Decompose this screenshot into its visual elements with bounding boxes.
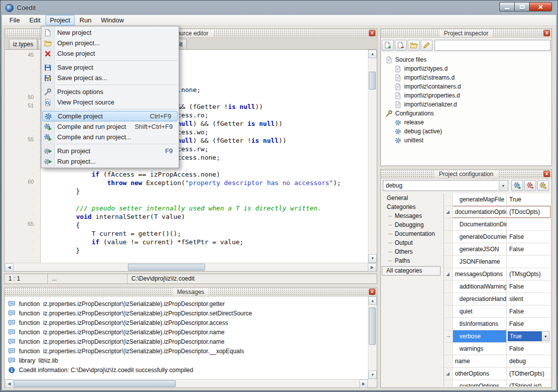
gutter-line[interactable]: · (5, 77, 40, 86)
tab-iz-types[interactable]: iz.types (9, 39, 37, 49)
code-line[interactable]: if (value != current) *fSetPtr = value; (45, 238, 368, 246)
menu-item-compile-project[interactable]: Compile projectCtrl+F9 (42, 111, 178, 121)
menu-item-run-project[interactable]: Run project... (41, 156, 179, 167)
gutter-line[interactable]: · (5, 145, 40, 153)
menu-item-save-project-as[interactable]: Save project as... (41, 73, 179, 83)
gutter-line[interactable]: · (5, 212, 40, 221)
property-value[interactable]: (TMsgOpts) (507, 268, 551, 280)
gutter-line[interactable]: · (5, 196, 40, 204)
source-editor-close-icon[interactable]: x (369, 30, 375, 36)
menu-item-close-project[interactable]: Close project (41, 48, 179, 59)
code-line[interactable]: void internalSetter(T value) (45, 212, 368, 221)
property-value[interactable]: False (507, 231, 551, 243)
menu-item-new-project[interactable]: New project (41, 27, 179, 38)
property-name[interactable]: tlsInformations (453, 318, 507, 330)
expander-icon[interactable] (446, 210, 449, 214)
gutter-line[interactable]: 51 (5, 102, 40, 111)
menu-window[interactable]: Window (97, 15, 128, 25)
tree-item-unittest[interactable]: unittest (381, 136, 551, 145)
remove-source-button[interactable] (395, 40, 407, 51)
message-row[interactable]: Coedit information: C:\Dev\dproj\iz\Iz.c… (5, 365, 368, 375)
project-configuration-header[interactable]: Project configuration x (381, 170, 552, 179)
add-folder-button[interactable] (408, 40, 420, 51)
chevron-down-icon[interactable]: ▼ (499, 181, 507, 190)
property-value[interactable]: False (507, 243, 551, 255)
category-general[interactable]: General (382, 194, 443, 202)
gutter-line[interactable]: · (5, 229, 40, 238)
menu-item-open-project[interactable]: Open project... (41, 38, 179, 48)
title-bar[interactable]: Coedit (0, 0, 558, 15)
configuration-combobox[interactable]: debug ▼ (383, 180, 508, 191)
category-documentation[interactable]: Documentation (382, 229, 443, 238)
editor-vscroll-thumb[interactable] (369, 72, 376, 90)
property-name[interactable]: generateMapFile (453, 194, 507, 205)
tree-item-import-iz-properties-d[interactable]: import\iz\properties.d (381, 91, 551, 100)
property-name[interactable]: quiet (453, 305, 507, 317)
property-value[interactable]: False (507, 343, 551, 355)
category-messages[interactable]: Messages (382, 211, 443, 220)
menu-item-compile-and-run-project[interactable]: Compile and run projectShift+Ctrl+F9 (41, 121, 179, 132)
messages-close-icon[interactable]: x (369, 289, 375, 295)
property-name[interactable]: otherOptions (453, 368, 507, 380)
gutter-line[interactable]: · (5, 69, 40, 77)
property-value[interactable]: True (507, 194, 551, 205)
close-button[interactable] (529, 2, 552, 11)
property-name[interactable]: messagesOptions (453, 268, 507, 280)
gutter-line[interactable]: · (5, 162, 40, 170)
gutter-line[interactable]: 50 (5, 94, 40, 102)
category-all-categories[interactable]: All categories (382, 266, 441, 276)
code-line[interactable]: T current = getter()(); (45, 229, 368, 238)
gutter-line[interactable]: · (5, 238, 40, 246)
tree-item-import-iz-streams-d[interactable]: import\iz\streams.d (381, 73, 551, 82)
remove-config-button[interactable] (524, 180, 536, 191)
menu-item-view-project-source[interactable]: View Project source (41, 97, 179, 107)
edit-project-button[interactable] (421, 40, 433, 51)
code-line[interactable]: } (45, 246, 368, 255)
menu-edit[interactable]: Edit (25, 15, 45, 25)
category-others[interactable]: Others (382, 247, 443, 256)
minimize-button[interactable] (499, 2, 514, 11)
project-configuration-close-icon[interactable]: x (544, 171, 550, 177)
add-config-button[interactable] (511, 180, 523, 191)
property-value[interactable]: (TOtherOpts) (507, 368, 551, 380)
message-row[interactable]: function iz.properties.izPropDescriptor!… (5, 337, 368, 346)
gutter-line[interactable]: · (5, 187, 40, 196)
editor-horizontal-scrollbar[interactable]: ◀ ▶ (5, 263, 376, 271)
property-name[interactable]: JSONFilename (453, 256, 507, 268)
messages-hscroll-thumb[interactable] (14, 380, 176, 387)
code-line[interactable] (45, 196, 368, 204)
property-value[interactable]: silent (507, 293, 551, 305)
property-value[interactable] (507, 218, 551, 230)
messages-vscroll-thumb[interactable] (369, 307, 376, 345)
tree-item-import-iz-types-d[interactable]: import\iz\types.d (381, 64, 551, 73)
menu-item-compile-and-run-project[interactable]: Compile and run project... (41, 132, 179, 142)
property-value[interactable]: False (507, 318, 551, 330)
tree-item-release[interactable]: release (381, 118, 551, 127)
chevron-down-icon[interactable]: ▼ (542, 331, 550, 341)
gutter-line[interactable]: · (5, 204, 40, 212)
gutter-line[interactable]: 45 (5, 52, 40, 60)
property-name[interactable]: documentationOptions (453, 206, 507, 218)
project-inspector-close-icon[interactable]: x (544, 30, 550, 36)
property-name[interactable]: generateDocumentation (453, 231, 507, 243)
code-line[interactable]: /// pseudo setter internally used when a… (45, 204, 368, 212)
code-line[interactable]: throw new Exception("property descriptor… (45, 179, 368, 187)
inspector-filter-input[interactable] (435, 40, 551, 51)
property-value[interactable]: False (507, 281, 551, 293)
menu-run[interactable]: Run (75, 15, 96, 25)
property-value[interactable]: debug (507, 355, 551, 367)
property-name[interactable]: additionalWarnings (453, 281, 507, 293)
message-row[interactable]: function iz.properties.izPropDescriptor!… (5, 308, 368, 318)
code-line[interactable]: if (fAccess == izPropAccess.none) (45, 170, 368, 179)
scroll-right-icon[interactable]: ▶ (359, 380, 368, 388)
property-value-combobox[interactable]: True▼ (507, 330, 551, 342)
editor-vertical-scrollbar[interactable]: ▲ ▼ (368, 50, 376, 263)
gutter-line[interactable]: · (5, 86, 40, 94)
property-name[interactable]: warnings (453, 343, 507, 355)
message-row[interactable]: function iz.properties.izPropDescriptor!… (5, 318, 368, 327)
tree-item-debug-active[interactable]: debug (active) (381, 127, 551, 136)
message-row[interactable]: library lib\iz.lib (5, 356, 368, 365)
expander-icon[interactable] (446, 273, 449, 276)
project-inspector-header[interactable]: Project inspector x (381, 29, 552, 38)
messages-horizontal-scrollbar[interactable]: ◀ ▶ (5, 379, 368, 388)
